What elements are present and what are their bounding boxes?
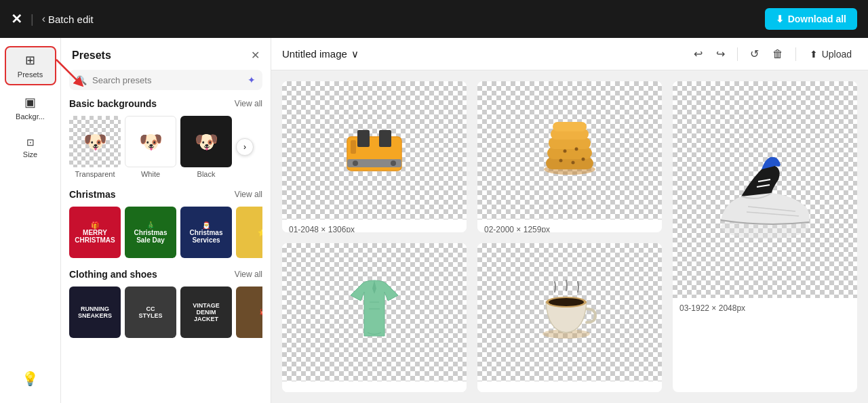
delete-button[interactable]: 🗑 — [768, 45, 787, 63]
card-label-03: 03-1922 × 2048px — [673, 298, 857, 318]
download-all-button[interactable]: ⬇ Download all — [765, 8, 857, 30]
back-button[interactable]: ‹ — [42, 13, 45, 25]
sidebar-item-presets[interactable]: ⊞ Presets — [5, 46, 56, 85]
main-layout: ⊞ Presets ▣ Backgr... ⊡ Size 💡 — [0, 38, 868, 403]
thumb-label-black: Black — [197, 170, 216, 178]
size-icon: ⊡ — [26, 137, 35, 148]
sidebar-icons: ⊞ Presets ▣ Backgr... ⊡ Size 💡 — [0, 38, 61, 403]
thumb-label-transparent: Transparent — [75, 170, 115, 178]
christmas-thumbnails: 🎁MERRYCHRISTMAS 🎄ChristmasSale Day 🎅Chri… — [69, 207, 262, 258]
panel-scroll: Basic backgrounds View all 🐶 Transparent… — [61, 98, 271, 403]
image-card-03[interactable]: 03-1922 × 2048px — [673, 81, 857, 392]
svg-point-18 — [575, 148, 578, 151]
presets-icon: ⊞ — [25, 53, 35, 68]
svg-rect-2 — [357, 130, 370, 147]
section-title-christmas: Christmas — [69, 189, 115, 200]
sneaker-illustration — [711, 122, 819, 257]
image-card-04[interactable] — [282, 243, 467, 392]
content-header: Untitled image ∨ ↩ ↪ ↺ 🗑 ⬆ Upload — [271, 38, 868, 70]
card-label-01: 01-2048 × 1306px — [282, 219, 467, 232]
dropdown-chevron-icon: ∨ — [351, 48, 359, 60]
preset-section-basic-backgrounds: Basic backgrounds View all 🐶 Transparent… — [69, 98, 262, 178]
download-icon: ⬇ — [776, 14, 784, 24]
header-divider: | — [31, 12, 34, 26]
svg-point-16 — [582, 158, 585, 161]
search-icon: 🔍 — [76, 75, 87, 85]
preset-thumb-christmas-1[interactable]: 🎁MERRYCHRISTMAS — [69, 207, 121, 258]
panel-title: Presets — [72, 49, 111, 62]
presets-panel: Presets ✕ 🔍 ✦ Basic backgrounds View all… — [61, 38, 271, 403]
preset-thumb-clothing-2[interactable]: CCSTYLES — [125, 287, 176, 338]
search-input[interactable] — [92, 75, 242, 85]
logo-icon: ✕ — [11, 11, 22, 27]
preset-section-christmas: Christmas View all 🎁MERRYCHRISTMAS 🎄Chri… — [69, 189, 262, 258]
content-area: Untitled image ∨ ↩ ↪ ↺ 🗑 ⬆ Upload — [271, 38, 868, 403]
image-card-05[interactable] — [477, 243, 662, 392]
sidebar-label-backgrounds: Backgr... — [16, 112, 45, 121]
preset-thumb-black[interactable]: 🐶 Black — [180, 116, 232, 178]
image-card-02[interactable]: 02-2000 × 1259px — [477, 81, 662, 232]
redo-button[interactable]: ↪ — [712, 45, 729, 63]
preset-thumb-clothing-1[interactable]: RUNNINGSNEAKERS — [69, 287, 121, 338]
svg-rect-3 — [379, 130, 391, 147]
image-title-button[interactable]: Untitled image ∨ — [282, 48, 359, 60]
section-title-clothing: Clothing and shoes — [69, 269, 157, 280]
image-grid: 01-2048 × 1306px — [271, 70, 868, 403]
upload-icon: ⬆ — [810, 49, 818, 60]
svg-point-6 — [391, 161, 396, 166]
backgrounds-icon: ▣ — [24, 95, 36, 110]
svg-point-15 — [572, 161, 575, 165]
view-all-basic-button[interactable]: View all — [235, 99, 262, 108]
card-label-02: 02-2000 × 1259px — [477, 219, 662, 232]
close-panel-button[interactable]: ✕ — [251, 49, 260, 62]
svg-point-28 — [549, 298, 584, 306]
sidebar-label-presets: Presets — [18, 70, 43, 79]
loop-button[interactable]: ↺ — [746, 45, 763, 63]
svg-point-5 — [353, 161, 358, 166]
preset-thumb-transparent[interactable]: 🐶 Transparent — [69, 116, 121, 178]
sidebar-label-size: Size — [23, 150, 37, 158]
view-all-christmas-button[interactable]: View all — [235, 190, 262, 199]
svg-point-17 — [564, 150, 567, 153]
card-label-04 — [282, 381, 467, 392]
coffee-illustration — [529, 278, 610, 346]
preset-thumb-white[interactable]: 🐶 White — [125, 116, 176, 178]
svg-rect-7 — [351, 140, 356, 154]
clothing-thumbnails: RUNNINGSNEAKERS CCSTYLES VINTAGEDENIMJAC… — [69, 287, 262, 338]
preset-thumb-clothing-3[interactable]: VINTAGEDENIMJACKET — [180, 287, 232, 338]
view-all-clothing-button[interactable]: View all — [235, 270, 262, 279]
sidebar-item-backgrounds[interactable]: ▣ Backgr... — [5, 88, 56, 127]
basic-thumbnails: 🐶 Transparent 🐶 White 🐶 — [69, 116, 262, 178]
undo-button[interactable]: ↩ — [690, 45, 707, 63]
toolbar-divider-2 — [795, 47, 796, 61]
app-header: ✕ | ‹ Batch edit ⬇ Download all — [0, 0, 868, 38]
toolbar-divider — [737, 47, 738, 61]
magic-wand-icon: ✦ — [248, 75, 256, 85]
image-title-text: Untitled image — [282, 48, 347, 60]
preset-thumb-clothing-4[interactable]: 🧣 — [236, 287, 262, 338]
upload-label: Upload — [822, 49, 852, 60]
preset-section-clothing: Clothing and shoes View all RUNNINGSNEAK… — [69, 269, 262, 338]
sidebar-item-size[interactable]: ⊡ Size — [5, 130, 56, 165]
toolbar-actions: ↩ ↪ ↺ 🗑 ⬆ Upload — [690, 45, 857, 63]
lightbulb-icon[interactable]: 💡 — [22, 370, 39, 387]
cookies-illustration — [532, 116, 607, 184]
upload-button[interactable]: ⬆ Upload — [804, 46, 857, 62]
page-title: Batch edit — [48, 14, 94, 25]
image-card-01[interactable]: 01-2048 × 1306px — [282, 81, 467, 232]
section-title-basic: Basic backgrounds — [69, 98, 157, 109]
preset-thumb-christmas-2[interactable]: 🎄ChristmasSale Day — [125, 207, 176, 258]
svg-point-14 — [559, 159, 563, 163]
panel-header: Presets ✕ — [61, 38, 271, 70]
shirt-illustration — [330, 275, 418, 349]
preset-thumb-christmas-3[interactable]: 🎅ChristmasServices — [180, 207, 232, 258]
search-bar: 🔍 ✦ — [69, 70, 262, 90]
scroll-right-basic-button[interactable]: › — [236, 138, 254, 156]
preset-thumb-christmas-4[interactable]: ⭐ — [236, 207, 262, 258]
toaster-illustration — [334, 120, 415, 181]
svg-rect-13 — [553, 122, 587, 131]
thumb-label-white: White — [141, 170, 160, 178]
card-label-05 — [477, 381, 662, 392]
